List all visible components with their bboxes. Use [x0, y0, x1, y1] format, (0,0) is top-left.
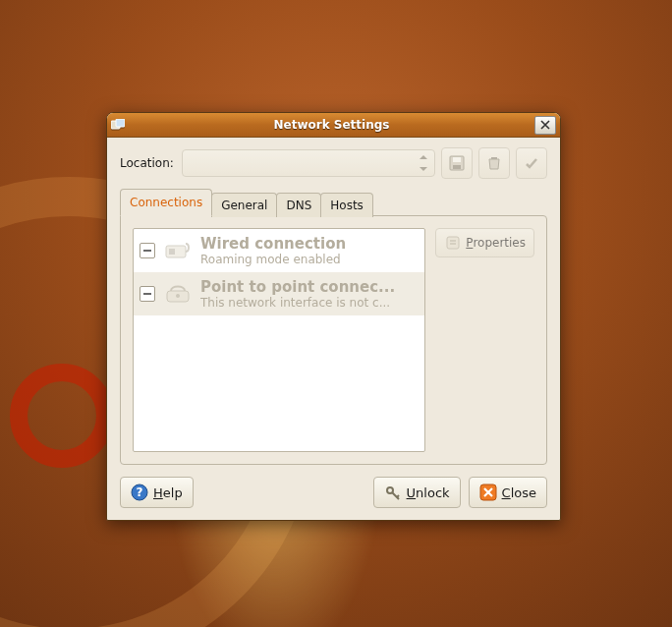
connection-item[interactable]: Wired connection Roaming mode enabled — [134, 229, 424, 272]
connection-item[interactable]: Point to point connec... This network in… — [134, 272, 424, 315]
svg-rect-1 — [116, 119, 125, 127]
svg-rect-4 — [453, 165, 461, 169]
delete-location-button[interactable] — [478, 147, 510, 179]
dash-icon — [143, 293, 151, 295]
tab-label: DNS — [286, 199, 311, 212]
titlebar-app-icon — [107, 119, 129, 131]
connection-title: Wired connection — [200, 235, 419, 253]
tab-label: Hosts — [330, 199, 364, 212]
tabs-bar: Connections General DNS Hosts — [120, 189, 547, 216]
floppy-icon — [448, 154, 466, 172]
svg-point-9 — [176, 294, 180, 298]
connections-list[interactable]: Wired connection Roaming mode enabled Po… — [133, 228, 425, 452]
properties-label: Properties — [466, 236, 526, 250]
svg-text:?: ? — [137, 485, 143, 499]
nic-icon — [161, 236, 195, 265]
tab-general[interactable]: General — [211, 193, 277, 217]
tab-hosts[interactable]: Hosts — [320, 193, 373, 217]
connection-enable-checkbox[interactable] — [140, 243, 155, 258]
location-label: Location: — [120, 156, 174, 170]
svg-rect-7 — [169, 249, 175, 255]
dash-icon — [143, 250, 151, 252]
tab-label: Connections — [130, 196, 202, 209]
tab-page-connections: Wired connection Roaming mode enabled Po… — [120, 215, 547, 465]
connection-subtitle: Roaming mode enabled — [200, 253, 419, 266]
check-icon — [523, 154, 540, 172]
help-button[interactable]: ? Help — [120, 477, 194, 508]
titlebar-title: Network Settings — [129, 118, 534, 132]
svg-rect-10 — [447, 237, 459, 249]
help-icon: ? — [131, 484, 148, 501]
properties-icon — [444, 234, 462, 252]
titlebar-close-button[interactable] — [534, 116, 556, 135]
unlock-label: Unlock — [407, 485, 450, 500]
connection-enable-checkbox[interactable] — [140, 286, 155, 302]
combo-arrows-icon — [420, 155, 428, 171]
titlebar[interactable]: Network Settings — [107, 113, 560, 138]
connection-subtitle: This network interface is not c... — [200, 296, 419, 310]
location-combo[interactable] — [182, 149, 435, 177]
svg-rect-5 — [491, 157, 497, 159]
keys-icon — [384, 484, 402, 501]
properties-button[interactable]: Properties — [435, 228, 534, 257]
tab-label: General — [221, 199, 267, 212]
close-label: Close — [502, 485, 536, 500]
tab-dns[interactable]: DNS — [276, 193, 321, 217]
save-location-button[interactable] — [441, 147, 473, 179]
unlock-button[interactable]: Unlock — [373, 477, 461, 508]
connection-title: Point to point connec... — [200, 278, 419, 296]
close-button[interactable]: Close — [469, 477, 547, 508]
tab-connections[interactable]: Connections — [120, 189, 212, 216]
apply-location-button[interactable] — [516, 147, 547, 179]
help-label: Help — [153, 485, 183, 500]
close-icon — [479, 484, 497, 501]
trash-icon — [485, 154, 503, 172]
svg-rect-3 — [453, 157, 461, 162]
modem-icon — [161, 279, 195, 309]
network-settings-window: Network Settings Location: — [106, 112, 561, 521]
